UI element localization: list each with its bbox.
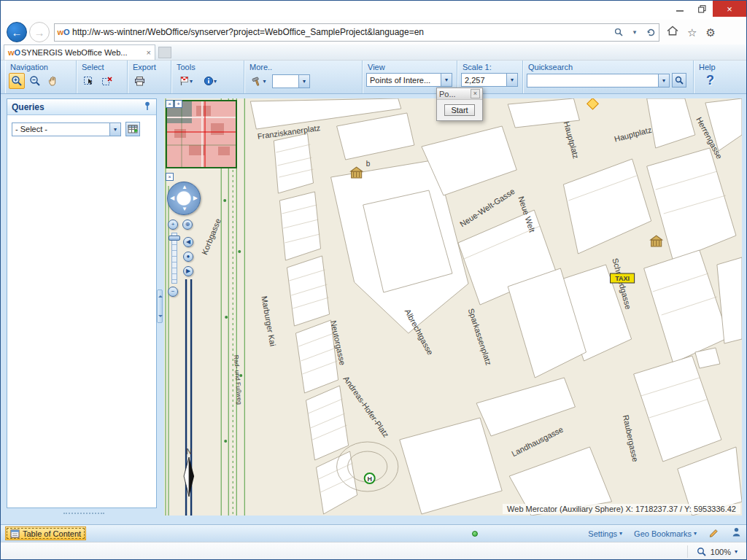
- map-viewport[interactable]: FranziskanerplatzKorbgasseMarburger KaiR…: [164, 98, 742, 516]
- taxi-stand-marker[interactable]: TAXI: [611, 273, 635, 283]
- close-button[interactable]: ×: [713, 1, 746, 17]
- start-button[interactable]: Start: [444, 104, 474, 116]
- address-dropdown-button[interactable]: ▾: [627, 24, 643, 41]
- home-button[interactable]: [667, 26, 678, 39]
- close-icon: ×: [727, 4, 732, 15]
- previous-extent-button[interactable]: ◀: [183, 237, 193, 247]
- chevron-down-icon: ▾: [662, 77, 665, 84]
- url-text[interactable]: http://w-ws-wintner/WebOffice/synserver?…: [72, 27, 611, 37]
- navigator-collapse-button[interactable]: ×: [166, 173, 174, 181]
- edit-button[interactable]: [708, 526, 719, 540]
- browser-action-icons: ☆ ⚙: [667, 26, 716, 39]
- restore-button[interactable]: [691, 1, 713, 17]
- status-indicator: [472, 531, 478, 537]
- query-builder-button[interactable]: [125, 122, 140, 136]
- info-tool-button[interactable]: ▾: [199, 73, 221, 89]
- title-bar: ×: [1, 1, 746, 20]
- toolbar-group-quicksearch: Quicksearch ▾: [523, 61, 694, 93]
- help-button[interactable]: ?: [697, 73, 723, 88]
- new-tab-button[interactable]: [158, 47, 171, 58]
- query-select-dropdown[interactable]: - Select - ▾: [12, 122, 121, 136]
- redlining-tool-button[interactable]: ▾: [175, 73, 197, 89]
- clear-selection-button[interactable]: [98, 73, 115, 89]
- sidebar-collapse-handle[interactable]: [157, 289, 163, 323]
- refresh-button[interactable]: [643, 24, 659, 41]
- restore-icon: [698, 5, 706, 13]
- pan-down-icon[interactable]: ▼: [182, 206, 187, 212]
- sidebar-resize-handle[interactable]: [63, 513, 104, 514]
- toolbar-group-more: More.. ▾ ▾: [244, 61, 363, 93]
- dropdown-arrow-button[interactable]: ▾: [506, 74, 517, 86]
- pan-up-icon[interactable]: ▲: [182, 184, 187, 190]
- minimize-button[interactable]: [669, 1, 691, 17]
- default-extent-button[interactable]: ●: [183, 252, 193, 262]
- chevron-down-icon: ▾: [735, 548, 738, 555]
- address-search-button[interactable]: [611, 24, 627, 41]
- table-of-content-label: Table of Content: [23, 529, 81, 538]
- pan-left-icon[interactable]: ◀: [170, 195, 174, 201]
- pan-right-icon[interactable]: ▶: [193, 195, 198, 201]
- dropdown-arrow-button[interactable]: ▾: [298, 75, 309, 88]
- hand-icon: [47, 75, 59, 87]
- toolbar-group-select: Select: [77, 61, 128, 93]
- poi-dialog[interactable]: Po... × Start: [436, 88, 483, 121]
- chevron-down-icon: ▾: [694, 530, 697, 537]
- table-of-content-button[interactable]: Table of Content: [5, 526, 86, 540]
- tab-favicon: wO: [8, 48, 18, 57]
- overview-map[interactable]: × +: [166, 100, 237, 168]
- star-icon: ☆: [687, 26, 697, 39]
- back-button[interactable]: ←: [7, 22, 27, 42]
- basemap: FranziskanerplatzKorbgasseMarburger KaiR…: [164, 98, 742, 516]
- quicksearch-go-button[interactable]: [672, 73, 686, 88]
- dropdown-arrow-button[interactable]: ▾: [441, 74, 452, 86]
- dropdown-arrow-button[interactable]: ▾: [658, 74, 669, 87]
- tab-close-button[interactable]: ×: [147, 48, 151, 57]
- zoom-slider-handle[interactable]: [169, 236, 180, 241]
- tab-active[interactable]: wO SYNERGIS WebOffice Web... ×: [4, 44, 155, 60]
- overview-move-button[interactable]: +: [174, 100, 182, 108]
- dropdown-arrow-button[interactable]: ▾: [109, 123, 120, 136]
- forward-button[interactable]: →: [29, 22, 50, 42]
- zoom-out-tool-button[interactable]: [27, 73, 43, 89]
- pan-tool-button[interactable]: [45, 73, 61, 89]
- geo-bookmarks-menu[interactable]: Geo Bookmarks ▾: [634, 529, 697, 538]
- favorites-button[interactable]: ☆: [687, 27, 697, 38]
- quicksearch-input[interactable]: ▾: [527, 74, 670, 88]
- queries-panel-title: Queries: [12, 102, 44, 112]
- chevron-down-icon: ▾: [263, 78, 266, 85]
- pan-pad[interactable]: ▲ ▼ ◀ ▶: [167, 182, 201, 215]
- view-dropdown[interactable]: Points of Intere... ▾: [366, 73, 452, 87]
- zoom-in-button[interactable]: +: [168, 219, 178, 230]
- zoom-out-button[interactable]: −: [168, 287, 178, 297]
- zoom-in-tool-button[interactable]: [9, 73, 25, 89]
- poi-dialog-close-button[interactable]: ×: [471, 89, 480, 98]
- more-tools-button[interactable]: ▾: [248, 73, 270, 89]
- url-box[interactable]: wO http://w-ws-wintner/WebOffice/synserv…: [54, 23, 659, 42]
- full-extent-button[interactable]: ⊕: [182, 219, 193, 230]
- select-tool-button[interactable]: [80, 73, 96, 89]
- settings-menu[interactable]: Settings ▾: [588, 529, 622, 538]
- more-dropdown[interactable]: ▾: [272, 74, 310, 88]
- page-zoom-control[interactable]: 100% ▾: [697, 547, 738, 557]
- queries-panel: Queries - Select - ▾: [7, 98, 157, 508]
- zoom-bar-separator: [687, 545, 688, 558]
- poi-dialog-titlebar[interactable]: Po... ×: [437, 88, 482, 100]
- select-rectangle-icon: [83, 76, 94, 87]
- print-button[interactable]: [131, 73, 147, 89]
- pin-button[interactable]: [142, 101, 152, 113]
- overview-close-button[interactable]: ×: [166, 100, 174, 108]
- user-button[interactable]: [731, 526, 742, 540]
- settings-button[interactable]: ⚙: [705, 27, 715, 38]
- home-icon: [667, 26, 678, 36]
- toolbar-group-export: Export: [128, 61, 171, 93]
- close-icon: ×: [147, 48, 151, 57]
- next-extent-button[interactable]: ▶: [183, 266, 193, 276]
- bus-stop-marker[interactable]: H: [365, 473, 375, 483]
- pencil-icon: [708, 526, 719, 537]
- scale-dropdown[interactable]: 2,257 ▾: [461, 73, 518, 87]
- query-table-icon: [128, 124, 138, 134]
- chevron-down-icon: ▾: [190, 78, 193, 85]
- question-mark-icon: ?: [706, 73, 714, 88]
- map-navigation-widget: × ▲ ▼ ◀ ▶ + ⊕ ◀ ● ▶ −: [166, 176, 206, 304]
- minus-icon: −: [171, 288, 175, 295]
